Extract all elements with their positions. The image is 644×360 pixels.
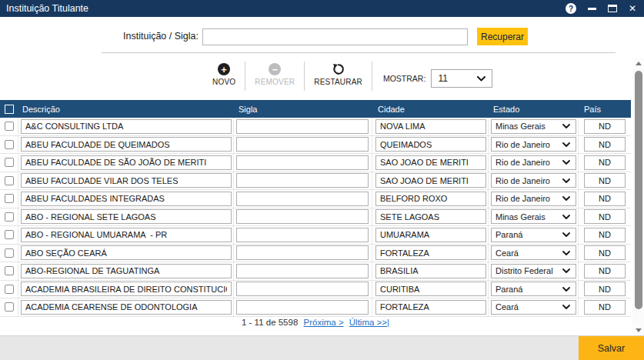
pais-input[interactable] bbox=[584, 155, 626, 170]
pais-input[interactable] bbox=[584, 209, 626, 224]
descricao-input[interactable] bbox=[21, 264, 232, 278]
scroll-up-icon[interactable] bbox=[632, 58, 644, 68]
table-row: Ceará bbox=[0, 245, 631, 263]
descricao-input[interactable] bbox=[21, 300, 232, 315]
sigla-input[interactable] bbox=[236, 209, 369, 224]
pais-input[interactable] bbox=[584, 137, 626, 152]
restore-icon bbox=[332, 63, 345, 75]
search-input[interactable] bbox=[202, 28, 468, 45]
pais-input[interactable] bbox=[584, 119, 626, 134]
sigla-input[interactable] bbox=[236, 173, 369, 188]
minimize-icon[interactable] bbox=[588, 8, 596, 10]
row-checkbox[interactable] bbox=[5, 302, 14, 312]
estado-select[interactable]: Minas Gerais bbox=[491, 209, 576, 224]
pais-input[interactable] bbox=[584, 245, 626, 260]
help-icon[interactable]: ? bbox=[566, 3, 576, 14]
novo-button[interactable]: + NOVO bbox=[205, 62, 243, 88]
estado-select[interactable]: Minas Gerais bbox=[491, 119, 576, 134]
dialog-window: Instituição Titulante ? ✕ Instituição / … bbox=[0, 0, 644, 360]
descricao-input[interactable] bbox=[21, 228, 232, 242]
remover-button[interactable]: − REMOVER bbox=[247, 62, 302, 88]
header-cidade: Cidade bbox=[372, 100, 489, 118]
chevron-down-icon bbox=[562, 268, 570, 273]
row-checkbox[interactable] bbox=[5, 230, 14, 239]
sigla-input[interactable] bbox=[236, 228, 369, 242]
pais-input[interactable] bbox=[584, 228, 626, 242]
row-checkbox[interactable] bbox=[5, 212, 14, 222]
salvar-button[interactable]: Salvar bbox=[579, 336, 644, 360]
table-row: Rio de Janeiro bbox=[0, 154, 631, 172]
descricao-input[interactable] bbox=[21, 245, 232, 260]
chevron-down-icon bbox=[562, 215, 570, 219]
cidade-input[interactable] bbox=[375, 300, 486, 315]
cidade-input[interactable] bbox=[375, 173, 486, 188]
restaurar-button[interactable]: RESTAURAR bbox=[306, 62, 370, 88]
sigla-input[interactable] bbox=[236, 119, 369, 134]
scrollbar-thumb[interactable] bbox=[635, 71, 642, 309]
table-row: Minas Gerais bbox=[0, 208, 631, 227]
descricao-input[interactable] bbox=[21, 192, 232, 206]
row-checkbox[interactable] bbox=[5, 158, 14, 167]
row-checkbox[interactable] bbox=[5, 194, 14, 203]
pais-input[interactable] bbox=[584, 300, 626, 315]
sigla-input[interactable] bbox=[236, 264, 369, 278]
cidade-input[interactable] bbox=[375, 192, 486, 206]
cidade-input[interactable] bbox=[375, 209, 486, 224]
estado-select[interactable]: Ceará bbox=[491, 300, 576, 315]
cidade-input[interactable] bbox=[375, 119, 486, 134]
row-checkbox[interactable] bbox=[5, 176, 14, 185]
sigla-input[interactable] bbox=[236, 282, 369, 296]
pais-input[interactable] bbox=[584, 173, 626, 188]
descricao-input[interactable] bbox=[21, 173, 232, 188]
estado-select[interactable]: Distrito Federal bbox=[491, 264, 576, 278]
pagination-last-link[interactable]: Última >>| bbox=[349, 318, 389, 327]
descricao-input[interactable] bbox=[21, 137, 232, 152]
cidade-input[interactable] bbox=[375, 282, 486, 296]
pais-input[interactable] bbox=[584, 282, 626, 296]
estado-value: Paraná bbox=[496, 230, 522, 239]
estado-value: Rio de Janeiro bbox=[496, 140, 550, 149]
sigla-input[interactable] bbox=[236, 245, 369, 260]
estado-select[interactable]: Ceará bbox=[491, 245, 576, 260]
sigla-input[interactable] bbox=[236, 137, 369, 152]
minus-circle-icon: − bbox=[269, 63, 281, 75]
descricao-input[interactable] bbox=[21, 209, 232, 224]
descricao-input[interactable] bbox=[21, 155, 232, 170]
cidade-input[interactable] bbox=[375, 245, 486, 260]
descricao-input[interactable] bbox=[21, 119, 232, 134]
divider bbox=[102, 52, 616, 53]
cidade-input[interactable] bbox=[375, 264, 486, 278]
estado-select[interactable]: Rio de Janeiro bbox=[491, 155, 576, 170]
pais-input[interactable] bbox=[584, 192, 626, 206]
sigla-input[interactable] bbox=[236, 300, 369, 315]
estado-select[interactable]: Rio de Janeiro bbox=[491, 192, 576, 206]
vertical-scrollbar[interactable] bbox=[632, 58, 644, 335]
estado-select[interactable]: Rio de Janeiro bbox=[491, 137, 576, 152]
sigla-input[interactable] bbox=[236, 192, 369, 206]
mostrar-select[interactable]: 11 bbox=[431, 69, 492, 88]
estado-select[interactable]: Paraná bbox=[491, 228, 576, 242]
estado-select[interactable]: Paraná bbox=[491, 282, 576, 296]
table-row: Distrito Federal bbox=[0, 262, 631, 281]
cidade-input[interactable] bbox=[375, 155, 486, 170]
table-body: Minas Gerais Rio de Janeiro bbox=[0, 118, 631, 317]
descricao-input[interactable] bbox=[21, 282, 232, 296]
scroll-down-icon[interactable] bbox=[632, 325, 644, 335]
estado-value: Ceará bbox=[496, 302, 519, 312]
maximize-icon[interactable] bbox=[608, 5, 617, 12]
row-checkbox[interactable] bbox=[5, 122, 14, 131]
chevron-down-icon bbox=[562, 287, 570, 292]
pagination-next-link[interactable]: Próxima > bbox=[304, 318, 344, 327]
row-checkbox[interactable] bbox=[5, 140, 14, 149]
close-icon[interactable]: ✕ bbox=[629, 4, 636, 13]
cidade-input[interactable] bbox=[375, 228, 486, 242]
cidade-input[interactable] bbox=[375, 137, 486, 152]
recuperar-button[interactable]: Recuperar bbox=[477, 28, 528, 45]
select-all-checkbox[interactable] bbox=[5, 105, 14, 114]
row-checkbox[interactable] bbox=[5, 266, 14, 275]
sigla-input[interactable] bbox=[236, 155, 369, 170]
row-checkbox[interactable] bbox=[5, 285, 14, 294]
estado-select[interactable]: Rio de Janeiro bbox=[491, 173, 576, 188]
row-checkbox[interactable] bbox=[5, 248, 14, 258]
pais-input[interactable] bbox=[584, 264, 626, 278]
